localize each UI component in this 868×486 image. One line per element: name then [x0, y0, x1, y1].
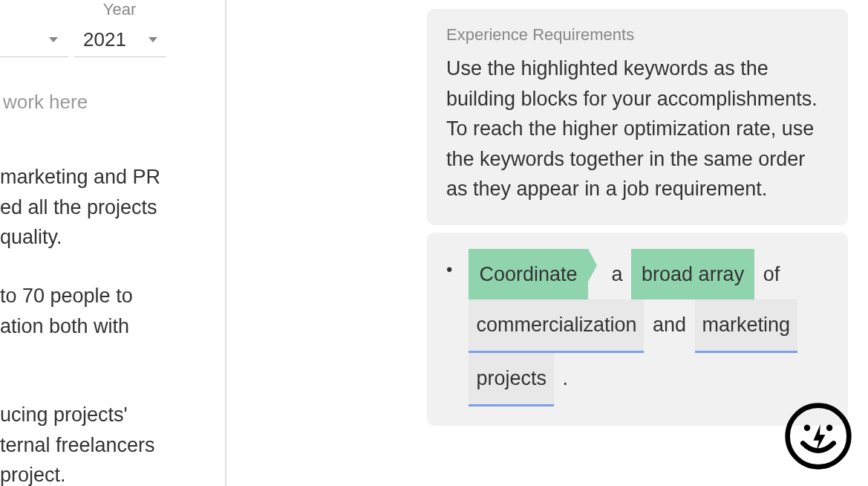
svg-point-1	[804, 424, 810, 430]
keyword-plain: and	[650, 314, 689, 336]
keyword-tag-suggested[interactable]: projects	[469, 353, 554, 406]
tips-title: Experience Requirements	[446, 25, 829, 45]
experience-paragraph[interactable]: ucing projects'ternal freelancersproject…	[0, 400, 155, 486]
help-chat-button[interactable]	[783, 401, 853, 471]
smiley-lightning-icon	[783, 401, 853, 471]
tips-body: Use the highlighted keywords as the buil…	[446, 54, 829, 204]
keyword-tag-suggested[interactable]: marketing	[695, 299, 798, 353]
year-dropdown[interactable]: 2021	[74, 23, 166, 57]
keyword-plain: .	[559, 367, 571, 389]
keyword-tag-suggested[interactable]: commercialization	[469, 299, 644, 353]
experience-paragraph[interactable]: to 70 people toation both with	[0, 281, 133, 341]
bullet-icon: •	[446, 259, 452, 280]
chevron-down-icon	[149, 37, 157, 42]
year-value: 2021	[83, 28, 126, 51]
year-selector-group: Year 2021	[0, 0, 166, 57]
experience-paragraph[interactable]: marketing and PRed all the projectsquali…	[0, 162, 160, 253]
year-label: Year	[73, 0, 166, 19]
chevron-down-icon	[49, 37, 58, 42]
tips-card: Experience Requirements Use the highligh…	[427, 9, 848, 225]
svg-point-2	[826, 424, 832, 430]
left-editor-panel: Year 2021 work here marketing and PRed a…	[0, 0, 226, 486]
work-here-checkbox-label[interactable]: work here	[3, 91, 88, 114]
keyword-tag-matched[interactable]: broad array	[631, 249, 754, 300]
keyword-tag-matched[interactable]: Coordinate	[469, 249, 587, 300]
suggestions-panel: Experience Requirements Use the highligh…	[427, 9, 848, 426]
keyword-plain: of	[760, 263, 783, 285]
keywords-card: • Coordinate a broad array of commercial…	[427, 233, 848, 426]
keyword-plain: a	[609, 263, 626, 285]
keyword-sentence: Coordinate a broad array of commercializ…	[469, 249, 829, 406]
month-dropdown[interactable]	[0, 23, 68, 57]
